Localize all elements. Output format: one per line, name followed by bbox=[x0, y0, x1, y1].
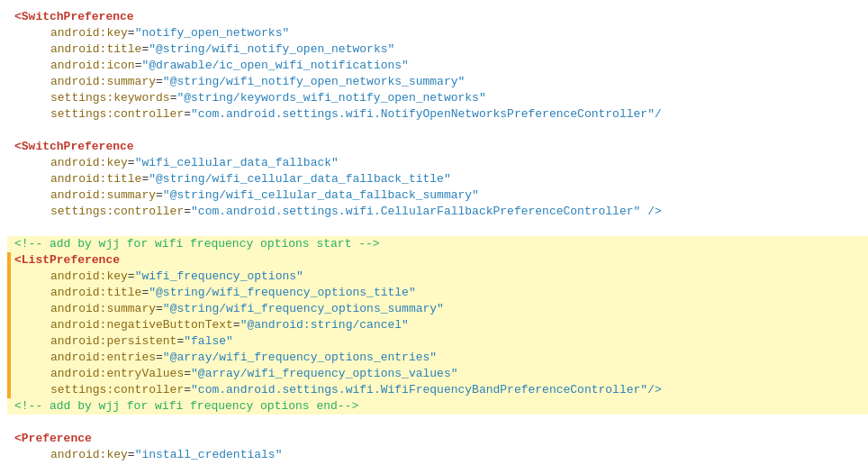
code-token-attr-name: android:key bbox=[50, 269, 128, 285]
line: android:title="@string/wifi_frequency_op… bbox=[7, 285, 868, 301]
code-token-attr-value: "@string/wifi_frequency_options_summary" bbox=[163, 301, 444, 317]
line: android:key="install_credentials" bbox=[7, 447, 868, 463]
code-token-punct: = bbox=[184, 106, 191, 123]
code-token-punct: = bbox=[176, 333, 184, 350]
code-token-punct: = bbox=[128, 155, 135, 171]
code-token-attr-value: "@string/keywords_wifi_notify_open_netwo… bbox=[176, 90, 485, 106]
code-token-attr-name: android:entryValues bbox=[50, 366, 184, 382]
code-token-punct: = bbox=[170, 90, 177, 106]
code-token-attr-value: "com.android.settings.wifi.NotifyOpenNet… bbox=[191, 106, 662, 123]
code-token-attr-name: settings:controller bbox=[50, 106, 184, 123]
line: <!-- add by wjj for wifi frequency optio… bbox=[7, 398, 868, 415]
code-token-attr-value: "wifi_frequency_options" bbox=[135, 269, 303, 285]
code-token-attr-value: "wifi_cellular_data_fallback" bbox=[135, 155, 339, 171]
code-token-attr-name: android:summary bbox=[50, 187, 156, 204]
code-token-attr-name: android:entries bbox=[50, 350, 156, 366]
code-token-attr-value: "@string/wifi_notify_open_networks_summa… bbox=[163, 74, 465, 90]
code-token-comment: <!-- add by wjj for wifi frequency optio… bbox=[14, 236, 380, 252]
code-token-attr-value: "install_credentials" bbox=[135, 447, 283, 463]
code-token-tag: <SwitchPreference bbox=[14, 139, 134, 155]
line: settings:controller="com.android.setting… bbox=[7, 204, 868, 220]
line: android:summary="@string/wifi_cellular_d… bbox=[7, 187, 868, 204]
code-token-attr-name: settings:keywords bbox=[50, 90, 170, 106]
code-token-attr-name: android:title bbox=[50, 285, 141, 301]
line: <ListPreference bbox=[7, 252, 868, 269]
line: <Preference bbox=[7, 431, 868, 447]
line: android:icon="@drawable/ic_open_wifi_not… bbox=[7, 58, 868, 74]
code-token-punct: = bbox=[233, 317, 240, 333]
line: android:summary="@string/wifi_notify_ope… bbox=[7, 74, 868, 90]
code-token-attr-value: "@string/wifi_cellular_data_fallback_sum… bbox=[163, 187, 479, 204]
line: android:persistent="false" bbox=[7, 333, 868, 350]
code-token-attr-name: android:title bbox=[50, 41, 141, 58]
code-token-tag: <ListPreference bbox=[14, 252, 120, 269]
code-token-attr-name: android:summary bbox=[50, 301, 156, 317]
code-token-attr-value: "false" bbox=[184, 333, 233, 350]
code-token-punct: = bbox=[184, 382, 191, 398]
code-token-attr-name: android:key bbox=[50, 155, 128, 171]
code-token-attr-value: "@array/wifi_frequency_options_entries" bbox=[163, 350, 437, 366]
code-token-attr-value: "@string/wifi_frequency_options_title" bbox=[149, 285, 415, 301]
code-token-punct: = bbox=[184, 366, 191, 382]
code-token-punct: = bbox=[141, 41, 149, 58]
code-token-attr-value: "@string/wifi_notify_open_networks" bbox=[149, 41, 394, 58]
code-token-attr-value: "com.android.settings.wifi.CellularFallb… bbox=[191, 204, 662, 220]
line: android:negativeButtonText="@android:str… bbox=[7, 317, 868, 333]
code-token-punct: = bbox=[156, 301, 163, 317]
code-token-attr-name: settings:controller bbox=[50, 204, 184, 220]
code-token-attr-value: "com.android.settings.wifi.WifiFrequency… bbox=[191, 382, 662, 398]
code-token-punct: = bbox=[128, 447, 135, 463]
line bbox=[7, 415, 868, 431]
line bbox=[7, 123, 868, 139]
line bbox=[7, 220, 868, 236]
code-token-attr-name: settings:controller bbox=[50, 382, 184, 398]
code-token-punct: = bbox=[141, 285, 149, 301]
line: android:key="wifi_frequency_options" bbox=[7, 269, 868, 285]
line: settings:controller="com.android.setting… bbox=[7, 382, 868, 398]
code-token-comment: <!-- add by wjj for wifi frequency optio… bbox=[14, 398, 358, 415]
code-token-punct: = bbox=[156, 187, 163, 204]
line: android:key="wifi_cellular_data_fallback… bbox=[7, 155, 868, 171]
code-token-attr-value: "notify_open_networks" bbox=[135, 25, 290, 41]
code-token-attr-name: android:icon bbox=[50, 58, 135, 74]
code-token-attr-value: "@array/wifi_frequency_options_values" bbox=[191, 366, 457, 382]
code-token-attr-name: android:title bbox=[50, 171, 141, 187]
code-token-attr-name: android:summary bbox=[50, 74, 156, 90]
code-token-tag: <Preference bbox=[14, 431, 92, 447]
line: android:summary="@string/wifi_frequency_… bbox=[7, 301, 868, 317]
line: <SwitchPreference bbox=[7, 9, 868, 25]
line: android:key="notify_open_networks" bbox=[7, 25, 868, 41]
line: android:entries="@array/wifi_frequency_o… bbox=[7, 350, 868, 366]
line: android:title="@string/wifi_notify_open_… bbox=[7, 41, 868, 58]
code-token-tag: <SwitchPreference bbox=[14, 9, 134, 25]
code-token-attr-value: "@drawable/ic_open_wifi_notifications" bbox=[141, 58, 408, 74]
code-token-attr-name: android:persistent bbox=[50, 333, 176, 350]
line: <SwitchPreference bbox=[7, 139, 868, 155]
code-token-punct: = bbox=[135, 58, 142, 74]
code-token-punct: = bbox=[141, 171, 149, 187]
code-token-punct: = bbox=[128, 269, 135, 285]
code-token-punct: = bbox=[128, 25, 135, 41]
line: android:title="@string/wifi_cellular_dat… bbox=[7, 171, 868, 187]
line: settings:keywords="@string/keywords_wifi… bbox=[7, 90, 868, 106]
code-token-attr-value: "@string/wifi_cellular_data_fallback_tit… bbox=[149, 171, 450, 187]
line: settings:controller="com.android.setting… bbox=[7, 106, 868, 123]
code-token-attr-name: android:key bbox=[50, 25, 128, 41]
code-token-attr-name: android:negativeButtonText bbox=[50, 317, 233, 333]
code-token-attr-value: "@android:string/cancel" bbox=[240, 317, 409, 333]
code-token-punct: = bbox=[156, 74, 163, 90]
code-token-punct: = bbox=[184, 204, 191, 220]
line: <!-- add by wjj for wifi frequency optio… bbox=[7, 236, 868, 252]
line: android:entryValues="@array/wifi_frequen… bbox=[7, 366, 868, 382]
code-token-attr-name: android:key bbox=[50, 447, 128, 463]
code-token-punct: = bbox=[156, 350, 163, 366]
code-viewer: <SwitchPreferenceandroid:key="notify_ope… bbox=[0, 0, 868, 465]
